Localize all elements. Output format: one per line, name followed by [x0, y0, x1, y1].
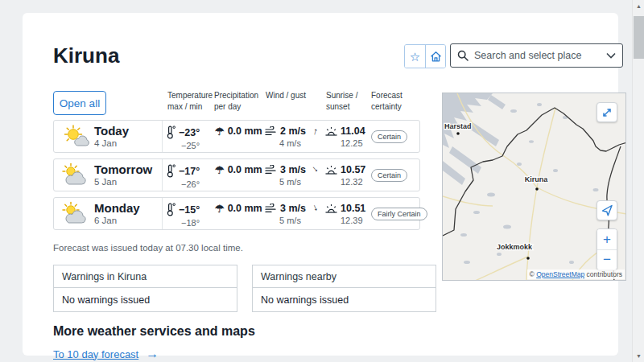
warnings-nearby-title: Warnings nearby [253, 265, 436, 288]
forecast-row-monday[interactable]: Monday 6 Jan −15° −18° ☂ 0.0 mm [53, 197, 420, 230]
column-header-precipitation: Precipitationper day [214, 90, 258, 113]
zoom-in-button[interactable]: + [597, 229, 617, 249]
sunrise-icon [325, 126, 337, 137]
search-input[interactable] [474, 50, 601, 61]
vertical-scrollbar[interactable]: ▲ ▼ [632, 0, 644, 362]
ten-day-forecast-link[interactable]: To 10 day forecast → [53, 347, 159, 361]
umbrella-icon: ☂ [215, 165, 225, 175]
partly-cloudy-icon [61, 201, 90, 227]
thermometer-icon [167, 125, 175, 139]
sunrise-cell: 10.51 12.39 [325, 203, 365, 225]
warnings-local-body: No warnings issued [54, 288, 237, 312]
wind-direction-arrow: ↑ [312, 202, 320, 214]
day-label: Monday [94, 201, 140, 215]
open-all-button[interactable]: Open all [53, 91, 106, 115]
forecast-row-today[interactable]: Today 4 Jan −23° −25° ☂ 0.0 mm [53, 120, 420, 153]
precipitation-cell: ☂ 0.0 mm [215, 203, 262, 214]
certainty-badge: Certain [371, 169, 407, 182]
openstreetmap-link[interactable]: OpenStreetMap [536, 270, 584, 278]
favorite-home-group: ☆ [404, 44, 446, 68]
certainty-badge: Certain [371, 130, 407, 143]
map-attribution: © OpenStreetMap contributors [527, 269, 625, 279]
more-services-heading: More weather services and maps [53, 324, 255, 339]
warnings-nearby-box: Warnings nearby No warnings issued [252, 265, 436, 312]
location-map[interactable]: Harstad Kiruna Jokkmokk [442, 93, 626, 281]
umbrella-icon: ☂ [215, 204, 225, 214]
expand-arrows-icon [601, 107, 613, 118]
sunrise-icon [325, 204, 337, 214]
column-header-sunrise: Sunrise /sunset [326, 90, 357, 113]
wind-direction-arrow: ↑ [310, 164, 321, 175]
wind-direction-arrow: ↑ [312, 125, 319, 137]
temperature-cell: −15° −18° [167, 203, 200, 228]
scrollbar-up-arrow[interactable]: ▲ [633, 0, 644, 12]
sunrise-cell: 11.04 12.25 [325, 125, 365, 148]
warnings-local-title: Warnings in Kiruna [54, 265, 237, 288]
partly-cloudy-icon [61, 162, 90, 188]
column-header-certainty: Forecastcertainty [371, 90, 402, 113]
column-header-temperature: Temperaturemax / min [167, 90, 213, 113]
row-divider [162, 198, 163, 229]
precipitation-cell: ☂ 0.0 mm [215, 164, 262, 175]
thermometer-icon [167, 164, 175, 178]
day-label: Today [94, 124, 129, 138]
house-icon [430, 51, 442, 63]
row-divider [162, 159, 163, 191]
temperature-cell: −23° −25° [167, 125, 200, 150]
wind-icon [265, 126, 277, 136]
sunrise-cell: 10.57 12.32 [325, 164, 365, 187]
temperature-cell: −17° −26° [167, 164, 200, 189]
umbrella-icon: ☂ [215, 126, 225, 137]
content-card: Kiruna ☆ Open all Temperaturemax / [23, 13, 618, 356]
date-label: 4 Jan [94, 138, 117, 148]
wind-cell: 2 m/s ↑ 4 m/s [265, 125, 318, 148]
map-label-harstad: Harstad [444, 122, 472, 130]
map-label-jokkmokk: Jokkmokk [497, 243, 533, 251]
wind-icon [265, 165, 277, 175]
day-label: Tomorrow [94, 162, 152, 176]
search-box[interactable] [450, 43, 623, 68]
map-label-kiruna: Kiruna [525, 175, 548, 183]
forecast-issued-note: Forecast was issued today at 07.30 local… [53, 243, 243, 253]
navigation-arrow-icon [601, 204, 613, 216]
favorite-button[interactable]: ☆ [405, 45, 425, 68]
wind-cell: 3 m/s ↑ 5 m/s [265, 164, 318, 187]
precipitation-cell: ☂ 0.0 mm [215, 125, 262, 137]
zoom-out-button[interactable]: − [597, 249, 617, 269]
weather-page: Kiruna ☆ Open all Temperaturemax / [0, 0, 644, 362]
column-header-wind: Wind / gust [266, 90, 306, 101]
star-icon: ☆ [410, 51, 420, 63]
scrollbar-down-arrow[interactable]: ▼ [633, 350, 644, 362]
scrollbar-thumb[interactable] [634, 16, 644, 59]
thermometer-icon [167, 203, 175, 216]
wind-icon [265, 204, 277, 213]
certainty-badge: Fairly Certain [371, 208, 427, 220]
fair-weather-icon [61, 124, 90, 150]
wind-cell: 3 m/s ↑ 5 m/s [265, 203, 318, 225]
map-zoom-controls: + − [597, 228, 617, 270]
row-divider [162, 121, 163, 152]
forecast-row-tomorrow[interactable]: Tomorrow 5 Jan −17° −26° ☂ 0.0 mm [53, 158, 420, 191]
date-label: 5 Jan [94, 177, 117, 187]
home-button[interactable] [425, 45, 445, 68]
warnings-nearby-body: No warnings issued [253, 288, 436, 312]
chevron-down-icon[interactable] [606, 52, 616, 59]
search-icon [457, 50, 469, 61]
map-locate-button[interactable] [597, 200, 617, 220]
arrow-right-icon: → [146, 347, 159, 361]
date-label: 6 Jan [94, 216, 117, 225]
map-expand-button[interactable] [597, 102, 617, 122]
sunrise-icon [325, 165, 337, 175]
page-title: Kiruna [53, 43, 119, 68]
warnings-local-box: Warnings in Kiruna No warnings issued [53, 265, 237, 312]
